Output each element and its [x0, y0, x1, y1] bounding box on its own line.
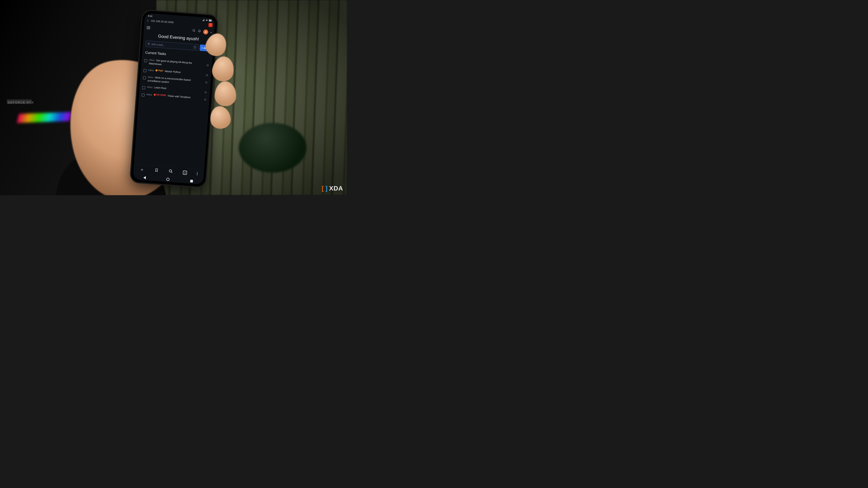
help-icon[interactable]: ?: [193, 46, 196, 49]
star-icon[interactable]: ☆: [204, 90, 207, 94]
site-security-icon: ⚠: [147, 19, 149, 22]
task-checkbox[interactable]: [143, 69, 147, 72]
task-title: Get good at playing All Along the Watcht…: [149, 59, 192, 66]
status-time: 9:44: [148, 15, 152, 18]
task-list-label: Inbox: [149, 59, 155, 61]
star-icon[interactable]: ☆: [205, 73, 209, 77]
task-checkbox[interactable]: [143, 76, 146, 79]
new-tab-icon[interactable]: ＋: [140, 167, 145, 172]
priority-dot-icon: [155, 69, 158, 71]
search-icon[interactable]: [168, 169, 174, 174]
xda-watermark: [] XDA: [322, 185, 343, 192]
task-title: Work on a microcontroller-based surveill…: [147, 76, 191, 84]
task-checkbox[interactable]: [142, 93, 145, 96]
task-title: Learn Rust: [154, 86, 166, 90]
add-task-input[interactable]: [151, 43, 192, 48]
avatar[interactable]: A: [203, 29, 209, 35]
watermark-text: XDA: [329, 185, 343, 192]
priority-badge-high: High: [155, 69, 163, 72]
list-icon: ☰: [147, 42, 150, 46]
star-icon[interactable]: ☆: [206, 63, 209, 67]
star-icon[interactable]: ☆: [204, 97, 207, 101]
search-icon[interactable]: [192, 29, 196, 33]
status-right-cluster: [203, 19, 212, 22]
hamburger-menu-icon[interactable]: [147, 26, 150, 29]
tab-count-icon[interactable]: 1: [183, 170, 187, 175]
battery-icon: [209, 19, 212, 22]
brave-browser-icon[interactable]: [209, 23, 213, 27]
bracket-icon: [: [322, 185, 324, 192]
empty-space: [134, 98, 209, 169]
rgb-leds: [17, 112, 71, 123]
priority-badge-donow: DO NOW: [153, 93, 166, 97]
notifications-icon[interactable]: [197, 29, 201, 34]
bookmark-icon[interactable]: [154, 168, 159, 173]
svg-line-4: [194, 31, 195, 32]
svg-rect-2: [212, 20, 212, 21]
task-list-label: Inbox: [148, 76, 153, 78]
task-checkbox[interactable]: [144, 59, 147, 62]
wifi-icon: [206, 19, 208, 22]
priority-label: DO NOW: [156, 93, 166, 97]
nav-back-icon[interactable]: [143, 176, 146, 180]
priority-dot-icon: [153, 94, 156, 96]
avatar-initial: A: [205, 30, 207, 34]
svg-rect-1: [209, 20, 211, 21]
task-title: Tinker with Terraform: [167, 94, 191, 98]
task-list-label: Inbox: [148, 69, 154, 72]
side-table: [239, 123, 307, 173]
chevron-down-icon[interactable]: ▾: [211, 31, 212, 34]
task-title: Master Python: [164, 70, 181, 73]
nav-recents-icon[interactable]: [190, 180, 193, 183]
task-list-label: Inbox: [147, 93, 152, 96]
task-checkbox[interactable]: [142, 86, 145, 89]
nav-home-icon[interactable]: [166, 178, 170, 181]
phone-screen: 9:44 ⚠ 192.168.29.82:3456: [133, 13, 215, 185]
overflow-menu-icon[interactable]: [197, 172, 198, 175]
svg-line-6: [171, 172, 173, 173]
priority-label: High: [158, 69, 163, 72]
bracket-icon: ]: [326, 185, 328, 192]
phone-frame: 9:44 ⚠ 192.168.29.82:3456: [129, 9, 219, 188]
task-list-label: Inbox: [147, 86, 153, 89]
gpu-label: GEFORCE RTX: [7, 101, 34, 104]
task-list: Inbox Get good at playing All Along the …: [139, 56, 212, 103]
star-icon[interactable]: ☆: [205, 80, 208, 84]
signal-icon: [203, 19, 205, 21]
